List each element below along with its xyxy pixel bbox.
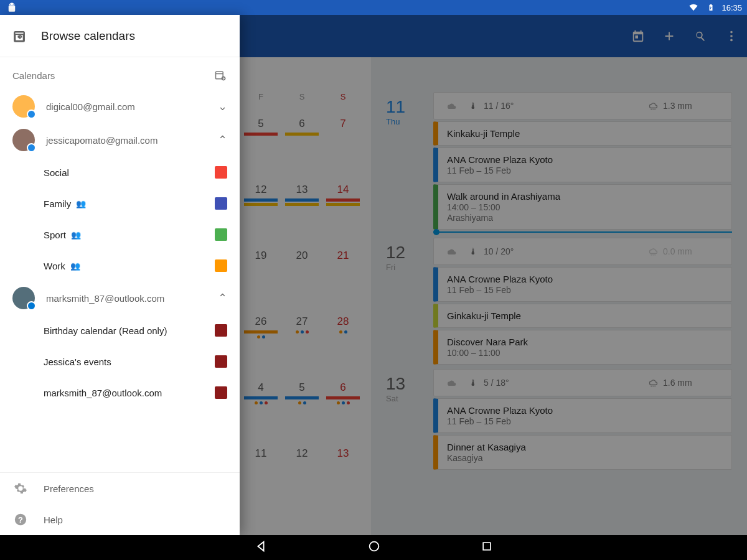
shared-icon: 👥 <box>76 199 86 208</box>
avatar <box>12 95 35 118</box>
calendar-row[interactable]: Family👥 <box>0 188 240 219</box>
calendar-row[interactable]: Birthday calendar (Read only) <box>0 315 240 346</box>
preferences-label: Preferences <box>44 483 94 494</box>
status-time: 16:35 <box>721 3 742 12</box>
calendar-name: Family <box>44 198 71 209</box>
calendar-name: Jessica's events <box>44 357 111 367</box>
drawer-title: Browse calendars <box>41 29 135 43</box>
help-label: Help <box>44 515 63 525</box>
account-row[interactable]: jessicapomato@gmail.com⌃ <box>0 123 240 157</box>
back-button[interactable] <box>254 539 268 556</box>
svg-point-0 <box>10 4 11 5</box>
browse-calendars-icon <box>12 29 26 43</box>
calendar-row[interactable]: Sport👥 <box>0 219 240 250</box>
svg-point-1 <box>13 4 14 5</box>
calendar-name: Sport <box>44 230 66 240</box>
color-swatch <box>215 324 227 337</box>
calendars-section-label: Calendars <box>12 70 55 81</box>
avatar <box>12 287 35 309</box>
shared-icon: 👥 <box>70 261 80 271</box>
android-icon <box>5 1 19 14</box>
battery-icon <box>704 1 718 14</box>
shared-icon: 👥 <box>71 230 81 240</box>
color-swatch <box>215 228 227 241</box>
avatar <box>12 129 35 151</box>
calendar-settings-icon[interactable] <box>214 68 227 82</box>
calendar-name: Work <box>44 261 65 271</box>
account-email: jessicapomato@gmail.com <box>46 135 207 146</box>
preferences-row[interactable]: Preferences <box>0 473 240 504</box>
home-button[interactable] <box>367 539 381 556</box>
status-bar: 16:35 <box>0 0 747 15</box>
account-email: digical00@gmail.com <box>46 101 207 112</box>
calendar-row[interactable]: marksmith_87@outlook.com <box>0 377 240 408</box>
color-swatch <box>215 197 227 210</box>
chevron-up-icon[interactable]: ⌃ <box>218 291 227 305</box>
svg-rect-15 <box>483 543 491 550</box>
chevron-up-icon[interactable]: ⌃ <box>218 133 227 147</box>
svg-point-14 <box>370 542 379 551</box>
help-icon: ? <box>14 513 27 526</box>
account-row[interactable]: marksmith_87@outlook.com⌃ <box>0 281 240 315</box>
color-swatch <box>215 355 227 368</box>
navigation-drawer: Browse calendars Calendars digical00@gma… <box>0 15 240 535</box>
android-nav-bar <box>0 535 747 560</box>
color-swatch <box>215 259 227 272</box>
drawer-header[interactable]: Browse calendars <box>0 15 240 57</box>
calendar-name: marksmith_87@outlook.com <box>44 388 162 398</box>
color-swatch <box>215 386 227 399</box>
account-email: marksmith_87@outlook.com <box>46 293 207 304</box>
account-row[interactable]: digical00@gmail.com⌄ <box>0 90 240 123</box>
gear-icon <box>14 482 27 495</box>
chevron-down-icon[interactable]: ⌄ <box>218 100 227 113</box>
calendar-name: Birthday calendar (Read only) <box>44 325 167 336</box>
calendar-row[interactable]: Social <box>0 157 240 188</box>
color-swatch <box>215 166 227 179</box>
recents-button[interactable] <box>481 540 493 555</box>
wifi-icon <box>687 1 700 14</box>
calendar-row[interactable]: Work👥 <box>0 250 240 281</box>
help-row[interactable]: ? Help <box>0 504 240 535</box>
calendar-name: Social <box>44 167 69 178</box>
calendar-row[interactable]: Jessica's events <box>0 346 240 377</box>
svg-text:?: ? <box>18 515 23 525</box>
